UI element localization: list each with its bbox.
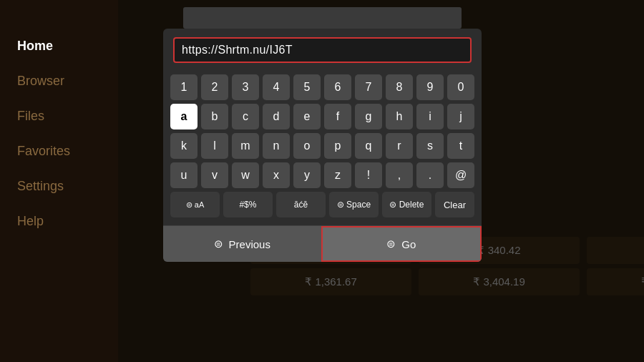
key-case-toggle[interactable]: ⊜ aA <box>170 192 220 217</box>
key-clear[interactable]: Clear <box>435 192 474 217</box>
key-a[interactable]: a <box>170 104 197 129</box>
key-4[interactable]: 4 <box>263 74 290 100</box>
keyboard-dialog: 1 2 3 4 5 6 7 8 9 0 a b c d e f g h i j … <box>163 29 482 262</box>
sidebar-item-home[interactable]: Home <box>0 29 118 64</box>
secondary-input-box <box>183 7 462 29</box>
url-input[interactable] <box>173 37 472 63</box>
key-d[interactable]: d <box>263 104 290 129</box>
key-accents[interactable]: āćē <box>276 192 326 217</box>
key-i[interactable]: i <box>416 104 444 129</box>
key-8[interactable]: 8 <box>386 74 413 100</box>
key-j[interactable]: j <box>447 104 474 129</box>
key-3[interactable]: 3 <box>232 74 259 100</box>
key-6[interactable]: 6 <box>324 74 351 100</box>
key-at[interactable]: @ <box>447 162 474 188</box>
sidebar-item-files[interactable]: Files <box>0 99 118 134</box>
sidebar-item-help[interactable]: Help <box>0 204 118 239</box>
key-t[interactable]: t <box>447 133 474 159</box>
bottom-button-row: ⊜ Previous ⊜ Go <box>163 225 482 262</box>
key-7[interactable]: 7 <box>355 74 382 100</box>
key-1[interactable]: 1 <box>170 74 197 100</box>
key-m[interactable]: m <box>232 133 259 159</box>
alpha-row-2: k l m n o p q r s t <box>170 133 474 159</box>
key-l[interactable]: l <box>201 133 228 159</box>
sidebar-item-browser[interactable]: Browser <box>0 64 118 99</box>
key-v[interactable]: v <box>201 162 228 188</box>
key-delete[interactable]: ⊜ Delete <box>382 192 431 217</box>
previous-button[interactable]: ⊜ Previous <box>163 226 321 262</box>
key-r[interactable]: r <box>386 133 413 159</box>
sidebar-item-settings[interactable]: Settings <box>0 169 118 204</box>
key-w[interactable]: w <box>232 162 259 188</box>
key-s[interactable]: s <box>416 133 444 159</box>
alpha-row-3: u v w x y z ! , . @ <box>170 162 474 188</box>
previous-icon: ⊜ <box>214 238 223 250</box>
key-u[interactable]: u <box>170 162 197 188</box>
key-g[interactable]: g <box>355 104 382 129</box>
key-y[interactable]: y <box>293 162 321 188</box>
sidebar-item-favorites[interactable]: Favorites <box>0 134 118 169</box>
key-b[interactable]: b <box>201 104 228 129</box>
key-f[interactable]: f <box>324 104 351 129</box>
key-period[interactable]: . <box>416 162 444 188</box>
special-row: ⊜ aA #$% āćē ⊜ Space ⊜ Delete Clear <box>170 192 474 217</box>
key-5[interactable]: 5 <box>293 74 321 100</box>
key-exclaim[interactable]: ! <box>355 162 382 188</box>
go-button[interactable]: ⊜ Go <box>321 226 482 262</box>
go-icon: ⊜ <box>386 238 396 250</box>
sidebar: Home Browser Files Favorites Settings He… <box>0 0 118 362</box>
number-row: 1 2 3 4 5 6 7 8 9 0 <box>170 74 474 100</box>
key-h[interactable]: h <box>386 104 413 129</box>
virtual-keyboard: 1 2 3 4 5 6 7 8 9 0 a b c d e f g h i j … <box>163 70 482 225</box>
key-9[interactable]: 9 <box>416 74 444 100</box>
key-space[interactable]: ⊜ Space <box>329 192 379 217</box>
key-x[interactable]: x <box>263 162 290 188</box>
key-z[interactable]: z <box>324 162 351 188</box>
key-comma[interactable]: , <box>386 162 413 188</box>
key-p[interactable]: p <box>324 133 351 159</box>
key-c[interactable]: c <box>232 104 259 129</box>
key-2[interactable]: 2 <box>201 74 228 100</box>
previous-label: Previous <box>229 238 270 250</box>
go-label: Go <box>401 238 416 250</box>
key-o[interactable]: o <box>293 133 321 159</box>
key-e[interactable]: e <box>293 104 321 129</box>
alpha-row-1: a b c d e f g h i j <box>170 104 474 129</box>
url-area <box>163 29 482 70</box>
key-symbols[interactable]: #$% <box>223 192 273 217</box>
key-0[interactable]: 0 <box>447 74 474 100</box>
key-k[interactable]: k <box>170 133 197 159</box>
key-n[interactable]: n <box>263 133 290 159</box>
key-q[interactable]: q <box>355 133 382 159</box>
